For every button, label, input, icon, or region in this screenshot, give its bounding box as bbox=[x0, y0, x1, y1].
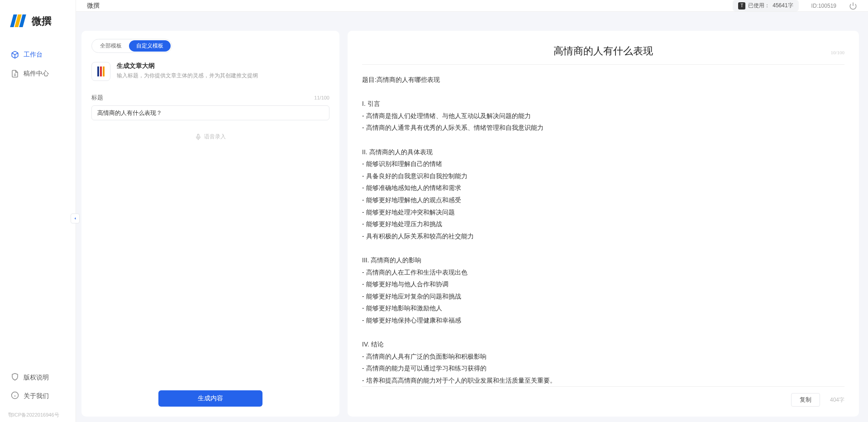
shield-icon bbox=[11, 373, 19, 382]
app-logo: 微撰 bbox=[0, 0, 76, 46]
user-id: ID:100519 bbox=[811, 3, 836, 9]
copy-button[interactable]: 复制 bbox=[791, 393, 820, 407]
template-tabs: 全部模板 自定义模板 bbox=[91, 39, 172, 53]
output-title-count: 10/100 bbox=[830, 50, 844, 55]
sidebar-nav: 工作台 稿件中心 bbox=[0, 46, 76, 368]
topbar: 微撰 T 已使用： 45641字 ID:100519 bbox=[76, 0, 868, 12]
title-input[interactable] bbox=[91, 105, 329, 120]
sidebar-item-workspace[interactable]: 工作台 bbox=[5, 46, 70, 63]
voice-input-label: 语音录入 bbox=[204, 133, 226, 141]
tab-all-templates[interactable]: 全部模板 bbox=[93, 40, 129, 52]
sidebar-collapse-toggle[interactable] bbox=[71, 213, 80, 223]
output-title-row: 高情商的人有什么表现 10/100 bbox=[362, 41, 844, 64]
page-title: 微撰 bbox=[87, 2, 100, 10]
output-title: 高情商的人有什么表现 bbox=[553, 45, 653, 57]
title-field-label: 标题 bbox=[91, 94, 103, 102]
divider bbox=[362, 64, 844, 65]
sidebar-item-copyright[interactable]: 版权说明 bbox=[5, 368, 70, 387]
voice-input-button[interactable]: 语音录入 bbox=[91, 133, 329, 141]
usage-chip[interactable]: T 已使用： 45641字 bbox=[733, 0, 798, 11]
info-icon bbox=[11, 391, 19, 401]
logo-mark-icon bbox=[12, 14, 28, 28]
sidebar: 微撰 工作台 稿件中心 版权说明 bbox=[0, 0, 76, 422]
template-panel: 全部模板 自定义模板 生成文章大纲 输入标题，为你提供文章主体的灵感，并为其创建… bbox=[81, 31, 339, 417]
output-body: 题目:高情商的人有哪些表现 I. 引言 - 高情商是指人们处理情绪、与他人互动以… bbox=[362, 74, 844, 386]
output-panel: 高情商的人有什么表现 10/100 题目:高情商的人有哪些表现 I. 引言 - … bbox=[348, 31, 859, 417]
template-icon bbox=[91, 62, 110, 81]
sidebar-item-label: 关于我们 bbox=[24, 392, 49, 400]
sidebar-item-label: 版权说明 bbox=[24, 374, 49, 382]
chevron-left-icon bbox=[73, 216, 77, 221]
usage-badge-icon: T bbox=[738, 2, 745, 9]
template-card: 生成文章大纲 输入标题，为你提供文章主体的灵感，并为其创建推文提纲 bbox=[91, 62, 329, 81]
sidebar-item-drafts[interactable]: 稿件中心 bbox=[5, 65, 70, 82]
cube-icon bbox=[11, 51, 19, 59]
sidebar-item-label: 稿件中心 bbox=[24, 70, 49, 78]
title-char-count: 11/100 bbox=[314, 95, 329, 100]
generate-button[interactable]: 生成内容 bbox=[158, 390, 262, 407]
microphone-icon bbox=[195, 134, 201, 140]
usage-value: 45641字 bbox=[773, 2, 793, 9]
template-description: 输入标题，为你提供文章主体的灵感，并为其创建推文提纲 bbox=[117, 72, 258, 80]
sidebar-item-about[interactable]: 关于我们 bbox=[5, 387, 70, 405]
icp-text: 鄂ICP备2022016946号 bbox=[0, 412, 76, 422]
sidebar-footer: 版权说明 关于我们 bbox=[0, 368, 76, 412]
power-icon[interactable] bbox=[849, 2, 857, 10]
sidebar-item-label: 工作台 bbox=[24, 51, 43, 59]
template-title: 生成文章大纲 bbox=[117, 62, 258, 70]
output-footer: 复制 404字 bbox=[362, 386, 844, 407]
brand-name: 微撰 bbox=[32, 14, 52, 28]
usage-label: 已使用： bbox=[748, 2, 770, 9]
output-word-count: 404字 bbox=[830, 396, 844, 404]
document-icon bbox=[11, 70, 19, 78]
tab-custom-template[interactable]: 自定义模板 bbox=[129, 40, 171, 52]
